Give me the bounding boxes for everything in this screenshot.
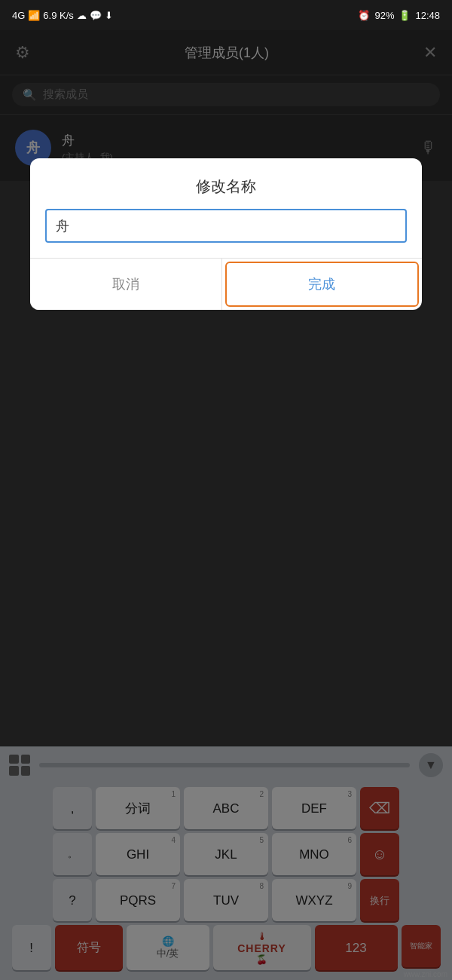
rename-dialog: 修改名称 取消 完成 xyxy=(30,158,422,310)
dialog-title: 修改名称 xyxy=(30,158,422,209)
download-icon: ⬇ xyxy=(105,10,113,21)
app-background: ⚙ 管理成员(1人) ✕ 🔍 搜索成员 舟 舟 (主持人, 我) 🎙 修改名称 … xyxy=(0,30,452,980)
dialog-input-wrap xyxy=(30,209,422,258)
cloud-icon: ☁ xyxy=(77,10,87,21)
battery-icon: 🔋 xyxy=(399,10,411,21)
alarm-icon: ⏰ xyxy=(358,10,370,21)
speed-indicator: 6.9 K/s xyxy=(43,10,73,21)
status-bar: 4G 📶 6.9 K/s ☁ 💬 ⬇ ⏰ 92% 🔋 12:48 xyxy=(0,0,452,30)
status-left: 4G 📶 6.9 K/s ☁ 💬 ⬇ xyxy=(12,10,113,21)
wifi-bars: 📶 xyxy=(28,10,40,21)
notification-icon: 💬 xyxy=(90,10,102,21)
confirm-button[interactable]: 完成 xyxy=(225,262,420,307)
signal-icon: 4G xyxy=(12,10,25,21)
cancel-button[interactable]: 取消 xyxy=(30,259,222,310)
dialog-buttons: 取消 完成 xyxy=(30,258,422,310)
battery-level: 92% xyxy=(374,10,394,21)
clock: 12:48 xyxy=(415,10,440,21)
name-input[interactable] xyxy=(45,209,407,243)
status-right: ⏰ 92% 🔋 12:48 xyxy=(358,10,440,21)
